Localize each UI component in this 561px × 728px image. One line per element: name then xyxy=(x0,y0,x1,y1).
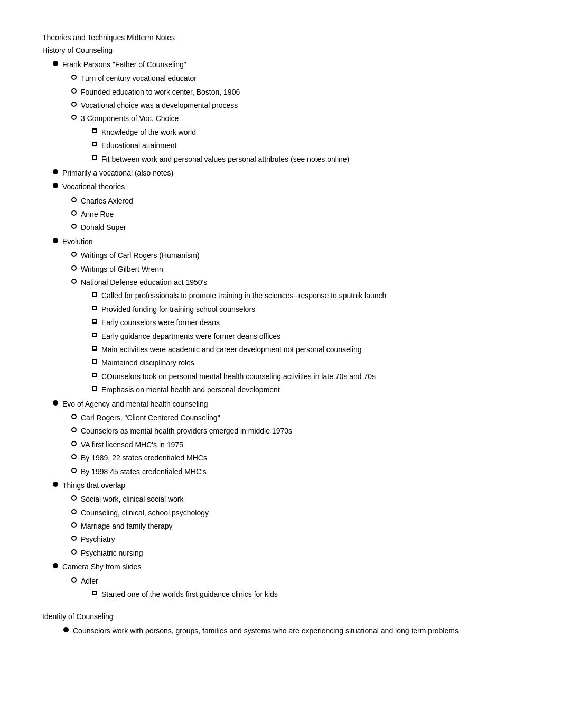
bullet-icon xyxy=(53,183,58,188)
list-item: Social work, clinical social work xyxy=(42,493,529,505)
list-item: Anne Roe xyxy=(42,208,529,220)
list-item: Vocational choice was a developmental pr… xyxy=(42,99,529,111)
bullet-icon xyxy=(71,536,77,541)
bullet-icon xyxy=(71,252,77,257)
bullet-icon xyxy=(53,400,58,406)
list-item: Maintained disciplinary roles xyxy=(42,357,529,368)
bullet-icon xyxy=(92,142,97,146)
bullet-icon xyxy=(53,61,58,66)
bullet-icon xyxy=(63,627,69,632)
list-item: Vocational theories xyxy=(42,181,529,192)
list-item: Writings of Carl Rogers (Humanism) xyxy=(42,250,529,261)
bullet-icon xyxy=(53,482,58,487)
bullet-icon xyxy=(92,373,97,377)
list-item: Early guidance departments were former d… xyxy=(42,330,529,342)
list-item: Evo of Agency and mental health counseli… xyxy=(42,398,529,410)
list-item: Main activities were academic and career… xyxy=(42,344,529,355)
bullet-icon xyxy=(71,441,77,446)
bullet-icon xyxy=(71,265,77,271)
bullet-icon xyxy=(92,306,97,310)
list-item: Emphasis on mental health and personal d… xyxy=(42,384,529,395)
list-item: Psychiatry xyxy=(42,533,529,545)
list-item: Knowledge of the work world xyxy=(42,126,529,138)
bullet-icon xyxy=(92,128,97,133)
bullet-icon xyxy=(71,414,77,419)
bullet-icon xyxy=(71,115,77,120)
page-title: Theories and Techniques Midterm Notes xyxy=(42,32,529,43)
list-item: Charles Axlerod xyxy=(42,195,529,207)
list-item: Primarily a vocational (also notes) xyxy=(42,167,529,179)
bullet-icon xyxy=(71,88,77,94)
list-item: Called for professionals to promote trai… xyxy=(42,290,529,301)
bullet-icon xyxy=(71,210,77,216)
list-item: Counselors work with persons, groups, fa… xyxy=(42,625,529,637)
history-section: History of Counseling Frank Parsons "Fat… xyxy=(42,44,529,600)
bullet-icon xyxy=(92,386,97,391)
bullet-icon xyxy=(71,577,77,583)
list-item: Writings of Gilbert Wrenn xyxy=(42,263,529,275)
list-item: Evolution xyxy=(42,236,529,247)
history-section-title: History of Counseling xyxy=(42,44,529,56)
list-item: By 1989, 22 states credentialed MHCs xyxy=(42,452,529,464)
bullet-icon xyxy=(71,279,77,284)
bullet-icon xyxy=(92,359,97,364)
bullet-icon xyxy=(92,292,97,297)
bullet-icon xyxy=(71,454,77,459)
list-item: Adler xyxy=(42,575,529,587)
bullet-icon xyxy=(71,509,77,514)
bullet-icon xyxy=(92,333,97,337)
list-item: Psychiatric nursing xyxy=(42,547,529,559)
bullet-icon xyxy=(71,75,77,80)
identity-section: Identity of Counseling Counselors work w… xyxy=(42,611,529,637)
list-item: Early counselors were former deans xyxy=(42,317,529,328)
list-item: Fit between work and personal values per… xyxy=(42,153,529,165)
list-item: Camera Shy from slides xyxy=(42,561,529,573)
bullet-icon xyxy=(53,169,58,174)
bullet-icon xyxy=(53,563,58,568)
bullet-icon xyxy=(71,102,77,107)
bullet-icon xyxy=(92,319,97,324)
bullet-icon xyxy=(92,591,97,595)
list-item: Donald Super xyxy=(42,222,529,233)
list-item: By 1998 45 states credentialed MHC's xyxy=(42,466,529,477)
list-item: Started one of the worlds first guidance… xyxy=(42,588,529,600)
list-item: Marriage and family therapy xyxy=(42,520,529,532)
bullet-icon xyxy=(71,427,77,432)
list-item: Founded education to work center, Boston… xyxy=(42,86,529,98)
list-item: Carl Rogers, "Client Centered Counseling… xyxy=(42,412,529,423)
bullet-icon xyxy=(92,155,97,160)
list-item: Provided funding for training school cou… xyxy=(42,303,529,315)
list-item: Frank Parsons "Father of Counseling" xyxy=(42,59,529,70)
list-item: Educational attainment xyxy=(42,140,529,151)
list-item: Counselors as mental health providers em… xyxy=(42,425,529,437)
list-item: National Defense education act 1950's xyxy=(42,277,529,288)
bullet-icon xyxy=(71,522,77,528)
bullet-icon xyxy=(71,468,77,473)
identity-section-title: Identity of Counseling xyxy=(42,611,529,622)
bullet-icon xyxy=(92,346,97,351)
list-item: 3 Components of Voc. Choice xyxy=(42,113,529,124)
list-item: Turn of century vocational educator xyxy=(42,72,529,84)
page-container: Theories and Techniques Midterm Notes Hi… xyxy=(42,32,529,637)
bullet-icon xyxy=(71,224,77,229)
bullet-icon xyxy=(71,549,77,555)
list-item: Counseling, clinical, school psychology xyxy=(42,507,529,519)
bullet-icon xyxy=(71,495,77,501)
list-item: Things that overlap xyxy=(42,480,529,491)
list-item: VA first licensed MHC's in 1975 xyxy=(42,439,529,450)
list-item: COunselors took on personal mental healt… xyxy=(42,371,529,382)
bullet-icon xyxy=(71,197,77,202)
bullet-icon xyxy=(53,238,58,243)
